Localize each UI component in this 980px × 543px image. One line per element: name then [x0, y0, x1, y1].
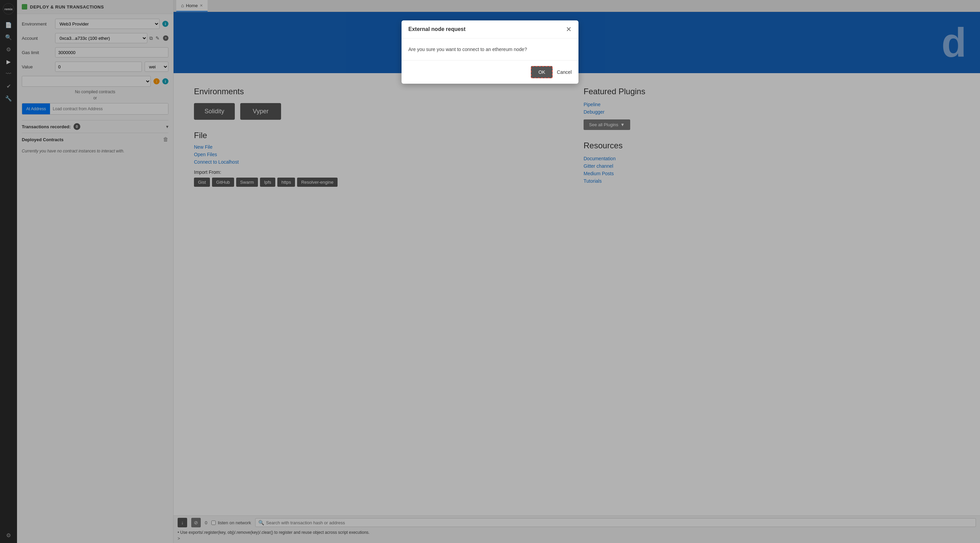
modal-body: Are you sure you want to connect to an e…: [401, 38, 579, 60]
modal-dialog: External node request ✕ Are you sure you…: [401, 21, 579, 84]
modal-overlay[interactable]: External node request ✕ Are you sure you…: [0, 0, 980, 543]
modal-header: External node request ✕: [401, 21, 579, 38]
modal-footer: OK Cancel: [401, 60, 579, 84]
modal-ok-button[interactable]: OK: [531, 66, 553, 78]
modal-message: Are you sure you want to connect to an e…: [408, 47, 527, 52]
modal-cancel-button[interactable]: Cancel: [557, 70, 572, 75]
modal-close-button[interactable]: ✕: [566, 26, 572, 33]
modal-title: External node request: [408, 26, 466, 32]
